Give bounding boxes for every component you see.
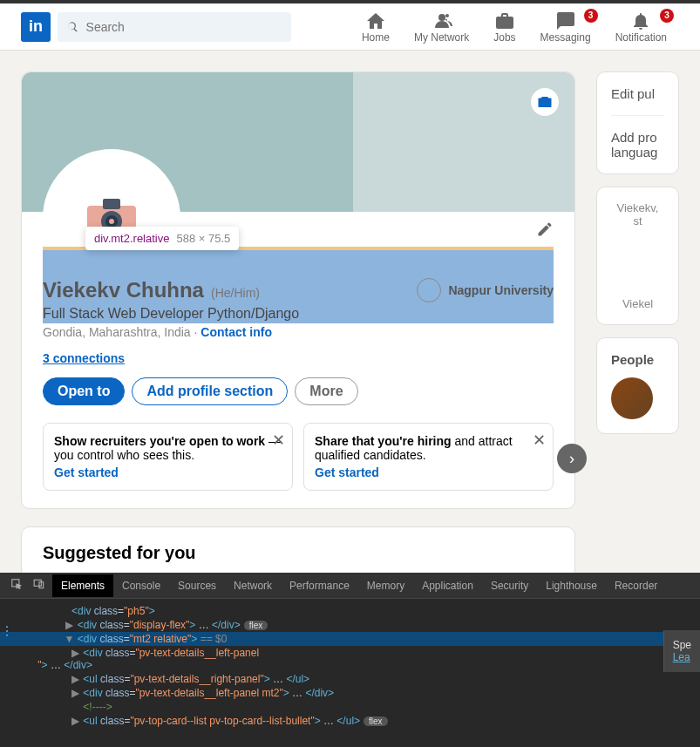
device-toggle-icon[interactable]: [30, 574, 49, 596]
edit-cover-button[interactable]: [531, 88, 559, 116]
dom-tree-node[interactable]: ▶ <ul class="pv-text-details__right-pane…: [0, 672, 700, 686]
connections-link[interactable]: 3 connections: [43, 351, 554, 365]
dom-tree-node[interactable]: ▶ <div class="display-flex"> … </div>fle…: [0, 618, 700, 632]
edit-profile-button[interactable]: [536, 221, 554, 241]
nav-item-home[interactable]: Home: [350, 10, 402, 44]
profile-location: Gondia, Maharashtra, India · Contact inf…: [43, 325, 554, 339]
people-heading: People: [611, 352, 664, 367]
nav-item-jobs[interactable]: Jobs: [481, 10, 527, 44]
suggested-title: Suggested for you: [43, 543, 554, 563]
devtools-tab-application[interactable]: Application: [413, 574, 482, 597]
global-nav: in HomeMy NetworkJobsMessaging3Notificat…: [0, 3, 700, 51]
linkedin-logo[interactable]: in: [21, 12, 51, 42]
sidebar-public-profile: Edit pul Add pro languag: [596, 71, 679, 174]
profile-headline: Full Stack Web Developer Python/Django: [43, 306, 554, 322]
dom-tree-node[interactable]: <!---->: [0, 700, 700, 714]
profile-name: Viekekv Chuhna: [43, 278, 204, 302]
scroll-right-button[interactable]: ›: [557, 444, 587, 473]
school-logo-icon: [417, 278, 441, 302]
get-started-link[interactable]: Get started: [315, 465, 379, 479]
add-section-button[interactable]: Add profile section: [132, 377, 288, 405]
add-language-link[interactable]: Add pro: [611, 130, 664, 145]
devtools-tab-network[interactable]: Network: [225, 574, 281, 597]
sidebar-people: People: [596, 337, 679, 434]
svg-rect-1: [103, 199, 120, 209]
promo-card-1: ✕Share that you're hiring and attract qu…: [303, 423, 554, 491]
notification-badge: 3: [584, 9, 598, 23]
devtools-tab-sources[interactable]: Sources: [169, 574, 225, 597]
more-button[interactable]: More: [295, 377, 357, 405]
dom-tree-node[interactable]: ▶ <div class="pv-text-details__left-pane…: [0, 686, 700, 700]
contact-info-link[interactable]: Contact info: [200, 325, 272, 339]
devtools-tab-lighthouse[interactable]: Lighthouse: [537, 574, 606, 597]
devtools-tab-recorder[interactable]: Recorder: [606, 574, 666, 597]
nav-item-notification[interactable]: Notification3: [603, 10, 679, 44]
close-icon[interactable]: ✕: [272, 431, 285, 450]
devtools-tab-elements[interactable]: Elements: [52, 574, 113, 597]
person-avatar[interactable]: [611, 377, 653, 419]
pencil-icon: [536, 221, 554, 238]
notification-badge: 3: [660, 9, 674, 23]
open-to-button[interactable]: Open to: [43, 377, 125, 405]
edit-public-link[interactable]: Edit pul: [611, 86, 664, 116]
search-input[interactable]: [86, 20, 282, 34]
devtools-tab-console[interactable]: Console: [113, 574, 169, 597]
profile-pronoun: (He/Him): [211, 286, 260, 300]
cover-photo: [22, 72, 574, 212]
learn-more-link[interactable]: Lea: [673, 651, 690, 663]
nav-item-messaging[interactable]: Messaging3: [528, 10, 603, 44]
devtools-panel: ElementsConsoleSourcesNetworkPerformance…: [0, 573, 700, 747]
promo-card-0: ✕Show recruiters you're open to work — y…: [43, 423, 293, 491]
education-link[interactable]: Nagpur University: [417, 278, 554, 302]
chevron-right-icon: ›: [569, 450, 574, 468]
suggested-section: Suggested for you: [21, 526, 575, 580]
devtools-tab-security[interactable]: Security: [482, 574, 537, 597]
search-icon: [66, 20, 79, 34]
nav-item-my-network[interactable]: My Network: [402, 10, 481, 44]
dom-tree-node[interactable]: ▶ <div class="pv-text-details__left-pane…: [0, 646, 700, 672]
svg-rect-6: [34, 580, 41, 586]
devtools-tab-memory[interactable]: Memory: [358, 574, 413, 597]
devtools-tab-performance[interactable]: Performance: [281, 574, 358, 597]
get-started-link[interactable]: Get started: [54, 465, 119, 479]
devtools-sidebar: Spe Lea: [663, 630, 700, 672]
devtools-tabs: ElementsConsoleSourcesNetworkPerformance…: [0, 573, 700, 599]
close-icon[interactable]: ✕: [533, 431, 546, 450]
sidebar-snippet: Viekekv, st Viekel: [596, 187, 679, 325]
search-box[interactable]: [58, 12, 291, 42]
dom-tree-node[interactable]: ▼ <div class="mt2 relative"> == $0: [0, 632, 700, 646]
devtools-elements[interactable]: ⋯ Spe Lea <div class="ph5"> ▶ <div class…: [0, 599, 700, 747]
inspect-icon[interactable]: [7, 574, 26, 596]
overflow-indicator-icon: ⋯: [0, 625, 14, 637]
inspector-tooltip: div.mt2.relative588 × 75.5: [85, 227, 239, 250]
camera-icon: [537, 94, 553, 110]
dom-tree-node[interactable]: <div class="ph5">: [0, 604, 700, 618]
dom-tree-node[interactable]: ▶ <ul class="pv-top-card--list pv-top-ca…: [0, 714, 700, 728]
profile-card: Viekekv Chuhna (He/Him) Nagpur Universit…: [21, 71, 575, 509]
